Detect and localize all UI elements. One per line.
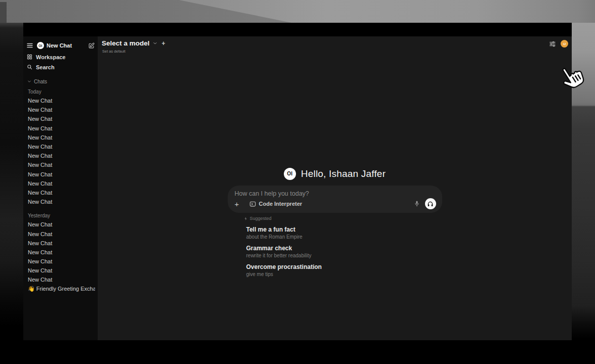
chevron-down-icon	[27, 79, 31, 83]
app-window: OI New Chat	[23, 23, 572, 340]
chat-list-item[interactable]: New Chat	[27, 151, 95, 160]
workspace-grid-icon	[27, 54, 32, 60]
app-logo: OI	[284, 168, 296, 180]
chat-list-item[interactable]: New Chat	[27, 133, 95, 142]
chat-list-today: New ChatNew ChatNew ChatNew ChatNew Chat…	[27, 96, 95, 206]
model-selector[interactable]: Select a model +	[102, 39, 165, 47]
code-interpreter-toggle[interactable]: Code Interpreter	[249, 201, 303, 207]
sidebar-toggle-icon[interactable]	[27, 43, 33, 48]
suggested-section: Suggested Tell me a fun fact about the R…	[228, 215, 442, 278]
controls-sliders-icon[interactable]	[549, 40, 556, 48]
backdrop-bottom	[0, 340, 595, 364]
app-top-black-bar	[23, 23, 572, 36]
suggested-prompt[interactable]: Overcome procrastination give me tips	[246, 263, 442, 278]
chat-list-item[interactable]: New Chat	[27, 114, 95, 123]
suggested-prompts: Tell me a fun fact about the Roman Empir…	[246, 226, 442, 278]
chat-list-item[interactable]: New Chat	[27, 229, 95, 238]
sidebar-title: New Chat	[47, 42, 72, 49]
prompt-subtitle: about the Roman Empire	[246, 234, 442, 240]
chat-list-item[interactable]: New Chat	[27, 197, 95, 206]
chats-section-header[interactable]: Chats	[27, 78, 95, 84]
microphone-icon[interactable]	[414, 200, 420, 207]
prompt-title: Tell me a fun fact	[246, 226, 442, 233]
chat-list-item[interactable]: New Chat	[27, 257, 95, 266]
sidebar-item-search[interactable]: Search	[27, 62, 95, 72]
chat-list-item[interactable]: New Chat	[27, 170, 95, 179]
set-as-default-link[interactable]: Set as default	[102, 49, 125, 54]
chat-list-item[interactable]: New Chat	[27, 248, 95, 257]
chat-list-item[interactable]: New Chat	[27, 96, 95, 105]
chat-list-item[interactable]: New Chat	[27, 188, 95, 197]
greeting-text: Hello, Ishaan Jaffer	[301, 168, 386, 179]
chat-list-item[interactable]: New Chat	[27, 142, 95, 151]
prompt-title: Grammar check	[246, 245, 442, 252]
chat-list-item[interactable]: New Chat	[27, 105, 95, 114]
prompt-subtitle: give me tips	[246, 271, 442, 278]
suggested-prompt[interactable]: Tell me a fun fact about the Roman Empir…	[246, 226, 442, 240]
app-logo: OI	[37, 42, 44, 49]
chevron-down-icon	[153, 41, 157, 46]
chats-label: Chats	[34, 79, 47, 84]
suggested-label: Suggested	[250, 216, 272, 221]
chat-list-item[interactable]: New Chat	[27, 239, 95, 248]
suggested-prompt[interactable]: Grammar check rewrite it for better read…	[246, 245, 442, 259]
terminal-icon	[249, 201, 256, 207]
chat-list-item[interactable]: New Chat	[27, 124, 95, 133]
screenshot-stage: OI New Chat	[0, 0, 595, 364]
backdrop-edge	[0, 2, 7, 23]
workspace-label: Workspace	[36, 54, 66, 60]
attach-plus-button[interactable]: +	[235, 200, 243, 208]
add-model-button[interactable]: +	[162, 40, 165, 47]
welcome-area: OI Hello, Ishaan Jaffer +	[228, 167, 442, 278]
chat-list-item[interactable]: New Chat	[27, 160, 95, 169]
prompt-subtitle: rewrite it for better readability	[246, 253, 442, 259]
headphones-icon	[427, 201, 434, 207]
chat-input[interactable]	[235, 190, 436, 197]
group-label-yesterday: Yesterday	[28, 213, 95, 218]
chat-list-item[interactable]: 👋 Friendly Greeting Exchange	[27, 285, 95, 294]
backdrop-left	[0, 23, 23, 364]
chat-input-box[interactable]: + Code Interpreter	[228, 186, 442, 213]
sidebar-item-workspace[interactable]: Workspace	[27, 52, 95, 62]
chat-list-item[interactable]: New Chat	[27, 220, 95, 229]
sidebar: OI New Chat	[23, 36, 98, 340]
user-avatar[interactable]: IJ	[561, 40, 568, 48]
code-interpreter-label: Code Interpreter	[259, 201, 303, 207]
chat-list-yesterday: New ChatNew ChatNew ChatNew ChatNew Chat…	[27, 220, 95, 294]
voice-call-button[interactable]	[425, 198, 436, 209]
main-panel: Select a model + Set as default	[98, 36, 572, 340]
hand-pointer-cursor	[557, 64, 586, 95]
search-icon	[27, 64, 32, 70]
bolt-icon	[244, 216, 248, 221]
chat-list-item[interactable]: New Chat	[27, 275, 95, 284]
model-selector-label: Select a model	[102, 39, 150, 47]
group-label-today: Today	[28, 89, 95, 95]
chat-list-item[interactable]: New Chat	[27, 266, 95, 275]
new-chat-icon[interactable]	[88, 42, 95, 49]
prompt-title: Overcome procrastination	[246, 263, 442, 270]
search-label: Search	[36, 64, 55, 70]
chat-list-item[interactable]: New Chat	[27, 179, 95, 188]
